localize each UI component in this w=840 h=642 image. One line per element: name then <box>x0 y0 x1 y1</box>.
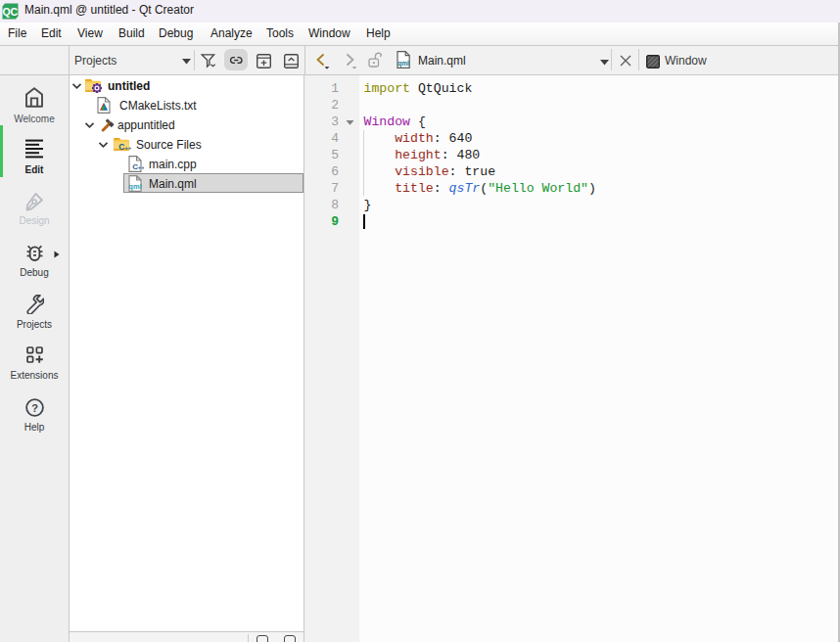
svg-text:++: ++ <box>138 164 144 170</box>
svg-text:qml: qml <box>397 60 409 68</box>
svg-text:++: ++ <box>124 144 132 150</box>
svg-text:qml: qml <box>128 182 142 191</box>
svg-text:?: ? <box>31 402 38 414</box>
svg-text:QC: QC <box>2 6 18 18</box>
